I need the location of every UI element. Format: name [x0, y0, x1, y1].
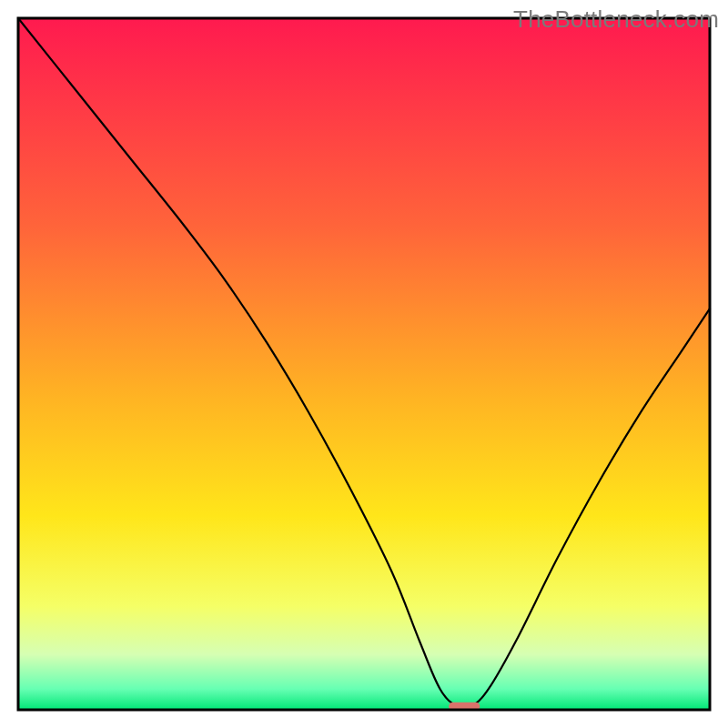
bottleneck-chart: TheBottleneck.com	[0, 0, 728, 728]
chart-svg	[0, 0, 728, 728]
watermark-text: TheBottleneck.com	[513, 5, 719, 34]
plot-background	[18, 18, 710, 710]
